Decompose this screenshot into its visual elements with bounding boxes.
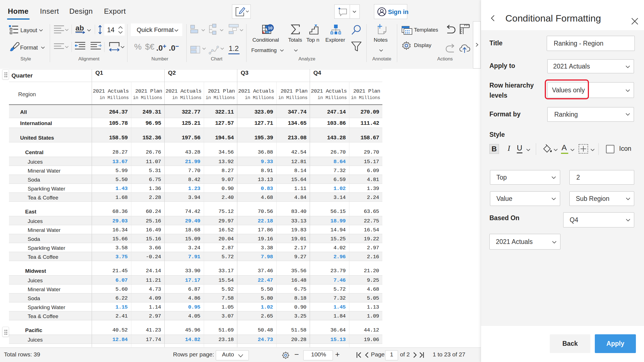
svg-text:10: 10: [268, 25, 273, 30]
